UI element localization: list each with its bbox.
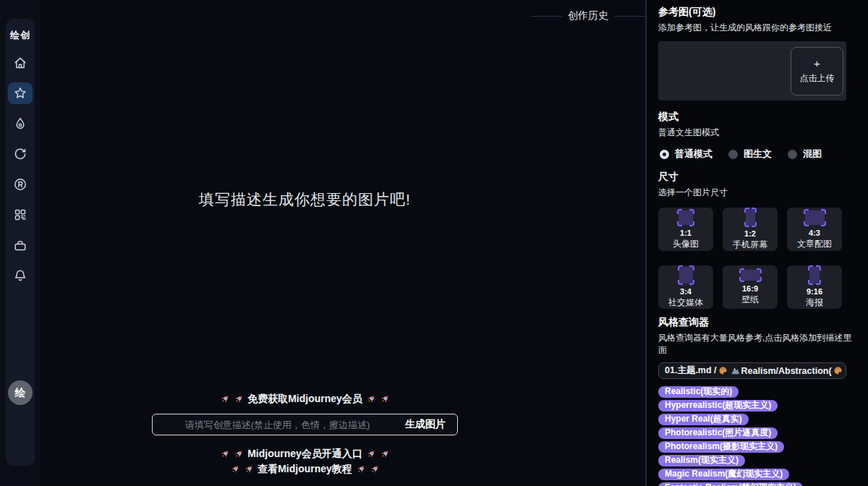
promo-text: 查看Midjourney教程 (258, 463, 352, 476)
size-option-3x4[interactable]: 3:4社交媒体 (658, 265, 713, 309)
rocket-icon (234, 394, 244, 404)
size-label: 文章配图 (797, 239, 832, 250)
mountain-icon (731, 366, 740, 375)
size-label: 手机屏幕 (733, 239, 767, 251)
size-label: 海报 (806, 297, 823, 309)
rocket-icon (244, 464, 254, 474)
select-text: Realism/Abstraction( (741, 366, 832, 376)
prompt-input-container: 生成图片 (152, 414, 458, 435)
style-tag[interactable]: Fantastic Realism(梦幻现实主义) (658, 482, 803, 486)
rocket-icon (366, 449, 376, 459)
rocket-icon (366, 394, 376, 404)
creation-history-header: 创作历史 (531, 9, 645, 22)
sidebar-item-refresh[interactable] (8, 143, 33, 165)
reference-upload-area[interactable]: + 点击上传 (658, 41, 846, 101)
generate-button[interactable]: 生成图片 (401, 414, 450, 435)
canvas-area: 创作历史 填写描述生成你想要的图片吧! 免费获取Midjourney会员 生成图… (41, 0, 645, 486)
promo-free-membership[interactable]: 免费获取Midjourney会员 (152, 393, 458, 406)
radio-icon[interactable] (788, 150, 797, 159)
size-ratio: 9:16 (807, 286, 822, 297)
palette-icon (718, 366, 728, 375)
size-label: 社交媒体 (668, 297, 703, 309)
empty-state-hint: 填写描述生成你想要的图片吧! (152, 189, 458, 210)
palette-icon (833, 366, 843, 375)
mode-option[interactable]: 混图 (788, 148, 822, 161)
divider-line (614, 16, 645, 17)
radio-icon[interactable] (728, 150, 738, 159)
size-option-4x3[interactable]: 4:3文章配图 (787, 208, 842, 251)
sidebar-item-notifications[interactable] (8, 265, 33, 286)
size-title: 尺寸 (658, 171, 858, 184)
rocket-icon (220, 449, 230, 459)
style-tag[interactable]: Realism(现实主义) (658, 455, 745, 466)
size-label: 头像图 (673, 239, 699, 250)
sidebar-item-hot[interactable] (8, 113, 33, 135)
size-option-9x16[interactable]: 9:16海报 (787, 265, 842, 309)
star-icon (13, 86, 27, 101)
sidebar-item-registered[interactable] (8, 174, 33, 195)
promo-membership-entry[interactable]: Midjourney会员开通入口 (152, 448, 458, 461)
radio-label: 普通模式 (675, 148, 712, 161)
sidebar-item-home[interactable] (8, 52, 33, 74)
mode-option[interactable]: 图生文 (728, 148, 772, 161)
refresh-icon (13, 147, 27, 161)
crop-frame-icon (678, 210, 693, 225)
crop-frame-icon (805, 210, 825, 225)
size-ratio: 3:4 (680, 286, 692, 297)
registered-icon (13, 177, 27, 192)
radio-label: 混图 (803, 148, 822, 161)
crop-frame-icon (809, 267, 820, 284)
size-subtitle: 选择一个图片尺寸 (658, 187, 858, 199)
style-tag[interactable]: Hyperrealistic(超现实主义) (658, 400, 778, 412)
crop-frame-icon (679, 267, 693, 284)
promo-text: Midjourney会员开通入口 (247, 448, 362, 461)
qr-code-icon (13, 208, 27, 222)
crop-frame-icon (741, 270, 760, 281)
rocket-icon (234, 449, 244, 459)
sidebar-item-qrcode[interactable] (8, 204, 33, 226)
reference-title: 参考图(可选) (658, 6, 858, 19)
divider-line (531, 16, 562, 17)
mode-option[interactable]: 普通模式 (660, 148, 712, 161)
style-category-select[interactable]: 01.主题.md / Realism/Abstraction( 现实... ▾ (658, 362, 846, 379)
settings-panel: 参考图(可选) 添加参考图，让生成的风格跟你的参考图接近 + 点击上传 模式 普… (647, 0, 868, 486)
size-grid: 1:1头像图1:2手机屏幕4:3文章配图3:4社交媒体16:9壁纸9:16海报 (658, 208, 858, 309)
crop-frame-icon (746, 209, 755, 226)
sidebar-item-archive[interactable] (8, 234, 33, 256)
rocket-icon (380, 449, 390, 459)
style-tags: Realistic(现实的)Hyperrealistic(超现实主义)Hyper… (658, 386, 858, 486)
size-option-1x1[interactable]: 1:1头像图 (658, 208, 713, 251)
radio-icon[interactable] (660, 150, 669, 159)
mountain-icon (846, 366, 846, 375)
rocket-icon (356, 464, 366, 474)
mode-subtitle: 普通文生图模式 (658, 127, 858, 139)
drop-icon (13, 116, 27, 131)
size-ratio: 4:3 (809, 228, 820, 238)
style-tag[interactable]: Photorealistic(照片逼真度) (658, 427, 778, 439)
size-option-1x2[interactable]: 1:2手机屏幕 (723, 208, 778, 251)
upload-button[interactable]: + 点击上传 (791, 47, 843, 95)
style-finder-desc: 风格查询器有大量风格参考,点击风格添加到描述里面 (658, 332, 858, 357)
plus-icon: + (814, 58, 820, 69)
mode-options: 普通模式图生文混图 (660, 148, 858, 161)
rocket-icon (220, 394, 230, 404)
avatar[interactable]: 绘 (8, 380, 33, 405)
size-ratio: 1:2 (744, 229, 756, 239)
style-tag[interactable]: Photorealism(摄影现实主义) (658, 441, 784, 453)
rocket-icon (230, 464, 240, 474)
style-tag[interactable]: Magic Realism(魔幻现实主义) (658, 469, 789, 480)
brand-logo: 绘创 (10, 29, 30, 42)
sidebar-item-favorites[interactable] (8, 82, 33, 104)
promo-tutorial[interactable]: 查看Midjourney教程 (152, 463, 458, 476)
creation-history-title: 创作历史 (568, 9, 608, 22)
upload-label: 点击上传 (800, 72, 835, 85)
style-tag[interactable]: Hyper Real(超真实) (658, 414, 749, 425)
promo-text: 免费获取Midjourney会员 (247, 393, 362, 406)
size-option-16x9[interactable]: 16:9壁纸 (723, 265, 778, 309)
sidebar-nav (8, 52, 33, 286)
mode-title: 模式 (658, 111, 858, 124)
style-tag[interactable]: Realistic(现实的) (658, 386, 739, 398)
sidebar: 绘创 (0, 0, 41, 486)
reference-desc: 添加参考图，让生成的风格跟你的参考图接近 (658, 22, 858, 34)
size-label: 壁纸 (741, 294, 759, 306)
